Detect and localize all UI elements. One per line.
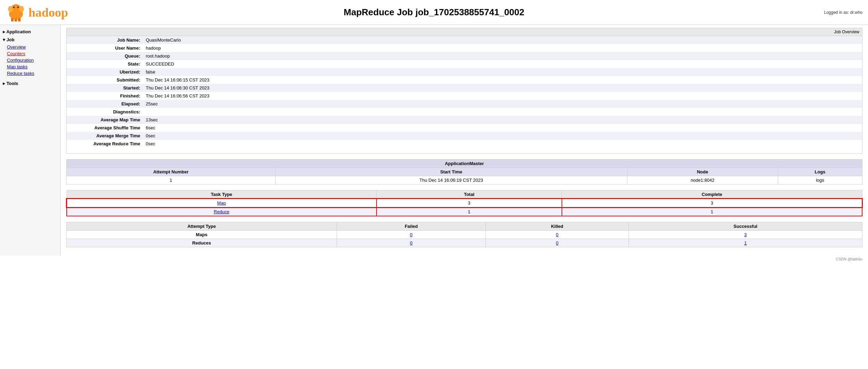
field-label: Diagnostics: [67,108,143,116]
task-col-total: Total [377,190,562,199]
sidebar-item-map-tasks[interactable]: Map tasks [0,63,60,70]
sidebar-application-label: Application [6,29,31,34]
field-value: root.hadoop [143,52,862,60]
field-value: QuasiMonteCarlo [143,36,862,44]
attempt-reduces-killed: 0 [486,239,629,247]
attempt-col-type: Attempt Type [67,222,337,231]
task-type-reduce: Reduce [67,207,377,216]
table-row: Average Merge Time 0sec [67,132,862,140]
field-value: Thu Dec 14 16:06:56 CST 2023 [143,92,862,100]
sidebar-link-reduce-tasks[interactable]: Reduce tasks [7,71,34,76]
task-type-map: Map [67,199,377,207]
sidebar-section-application[interactable]: ▸ Application [0,28,60,36]
reduces-failed-link[interactable]: 0 [410,240,412,246]
am-logs-link[interactable]: logs [816,178,824,183]
job-overview-section: Job Overview Job Name: QuasiMonteCarlo U… [66,28,862,154]
field-label: Finished: [67,92,143,100]
svg-rect-7 [15,19,17,22]
field-value: 13sec [143,116,862,124]
attempt-type-reduces: Reduces [67,239,337,247]
sidebar-link-map-tasks[interactable]: Map tasks [7,64,27,69]
sidebar-link-configuration[interactable]: Configuration [7,58,34,63]
job-overview-title: Job Overview [67,28,862,36]
field-value: SUCCEEDED [143,60,862,68]
field-value: 25sec [143,100,862,108]
attempt-type-maps: Maps [67,231,337,239]
task-reduce-complete: 1 [562,207,862,216]
field-label: User Name: [67,44,143,52]
field-label: Average Shuffle Time [67,124,143,132]
field-label: Average Reduce Time [67,140,143,148]
table-row: Finished: Thu Dec 14 16:06:56 CST 2023 [67,92,862,100]
sidebar-section-job[interactable]: ▾ Job [0,36,60,44]
attempt-reduces-failed: 0 [337,239,486,247]
am-node: node1:8042 [627,176,778,184]
table-row: Diagnostics: [67,108,862,116]
sidebar-item-reduce-tasks[interactable]: Reduce tasks [0,70,60,77]
application-arrow-icon: ▸ [3,29,5,34]
reduces-killed-link[interactable]: 0 [556,240,558,246]
attempt-maps-killed: 0 [486,231,629,239]
reduces-successful-link[interactable]: 1 [744,240,747,246]
am-col-node: Node [627,168,778,176]
sidebar-link-overview[interactable]: Overview [7,44,26,50]
sidebar-item-overview[interactable]: Overview [0,44,60,50]
maps-killed-link[interactable]: 0 [556,232,558,237]
task-type-header-row: Task Type Total Complete [67,190,862,199]
footer-text: CSDN @faithliu [836,257,862,261]
table-row: Queue: root.hadoop [67,52,862,60]
table-row: Average Shuffle Time 6sec [67,124,862,132]
table-row: Average Reduce Time 0sec [67,140,862,148]
am-logs: logs [778,176,862,184]
field-value: 6sec [143,124,862,132]
attempt-maps-successful: 3 [629,231,862,239]
svg-rect-6 [11,18,14,22]
attempt-reduces-row: Reduces 0 0 1 [67,239,862,247]
maps-failed-link[interactable]: 0 [410,232,412,237]
sidebar-section-tools[interactable]: ▸ Tools [0,79,60,87]
sidebar-item-counters[interactable]: Counters [0,50,60,57]
svg-point-3 [19,6,24,12]
am-section-header-row: ApplicationMaster [67,160,862,168]
table-row: Job Name: QuasiMonteCarlo [67,36,862,44]
sidebar: ▸ Application ▾ Job Overview Counters Co… [0,25,61,256]
application-master-table: ApplicationMaster Attempt Number Start T… [66,159,862,184]
task-reduce-total: 1 [377,207,562,216]
task-map-total: 3 [377,199,562,207]
task-type-table: Task Type Total Complete Map 3 3 Reduce … [66,190,862,216]
login-info: Logged in as: dr.who [824,10,862,15]
logo-text: hadoop [28,5,68,20]
sidebar-link-counters[interactable]: Counters [7,51,25,56]
am-start-time: Thu Dec 14 16:06:19 CST 2023 [275,176,627,184]
svg-point-5 [17,7,19,8]
field-value: 0sec [143,132,862,140]
field-label: Queue: [67,52,143,60]
field-label: Uberized: [67,68,143,76]
field-value: 0sec [143,140,862,148]
table-row: State: SUCCEEDED [67,60,862,68]
attempt-col-killed: Killed [486,222,629,231]
field-label: Average Map Time [67,116,143,124]
sidebar-job-label: Job [7,37,15,42]
map-task-link[interactable]: Map [217,200,226,206]
am-col-attempt: Attempt Number [67,168,276,176]
am-attempt-number: 1 [67,176,276,184]
am-col-start-time: Start Time [275,168,627,176]
attempt-col-successful: Successful [629,222,862,231]
field-value: false [143,68,862,76]
svg-rect-8 [18,18,20,22]
table-row: Uberized: false [67,68,862,76]
sidebar-tools-label: Tools [7,81,18,86]
main-content: Job Overview Job Name: QuasiMonteCarlo U… [61,25,868,256]
field-label: Submitted: [67,76,143,84]
task-reduce-row: Reduce 1 1 [67,207,862,216]
reduce-task-link[interactable]: Reduce [214,209,229,214]
tools-arrow-icon: ▸ [3,81,5,86]
am-node-link[interactable]: node1:8042 [691,178,715,183]
attempt-maps-row: Maps 0 0 3 [67,231,862,239]
am-section-title: ApplicationMaster [67,160,862,168]
maps-successful-link[interactable]: 3 [744,232,747,237]
field-label: Started: [67,84,143,92]
table-row: Elapsed: 25sec [67,100,862,108]
sidebar-item-configuration[interactable]: Configuration [0,57,60,63]
